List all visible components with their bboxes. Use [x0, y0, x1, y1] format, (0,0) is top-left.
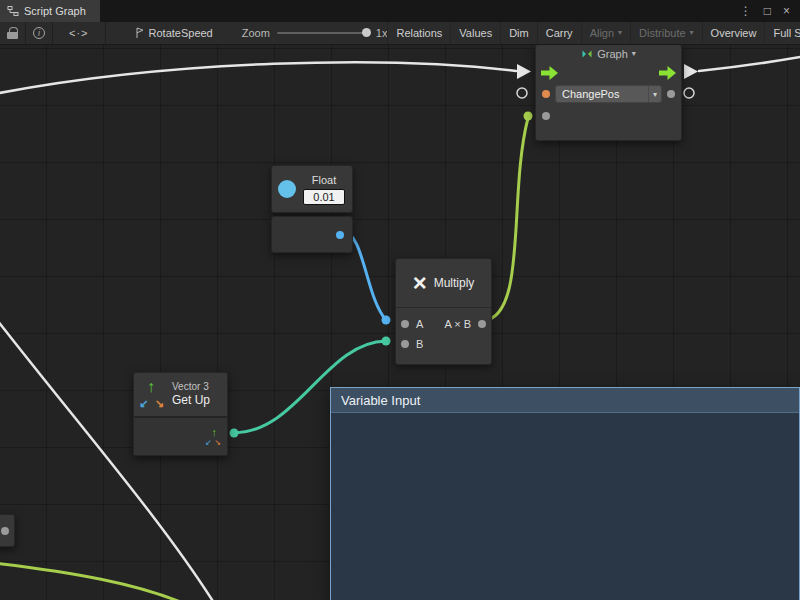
close-icon[interactable]: ×	[783, 5, 790, 17]
code-icon: <·>	[69, 27, 89, 39]
relations-button[interactable]: Relations	[387, 22, 450, 44]
zoom-control: Zoom 1x	[242, 27, 388, 39]
tab-script-graph[interactable]: Script Graph	[0, 0, 100, 22]
partial-node[interactable]	[0, 514, 15, 547]
unconnected-port-left	[517, 88, 527, 98]
float-value-input[interactable]: 0.01	[303, 189, 345, 205]
graph-toolbar: i <·> RotateSpeed Zoom 1x Relations Valu…	[0, 22, 800, 45]
vector-port-section: ↑↙↘	[134, 418, 227, 455]
node-vector3-get-up[interactable]: ↑↙↘ Vector 3 Get Up ↑↙↘	[133, 372, 228, 456]
variable-port[interactable]	[542, 90, 550, 98]
graph-unit-title: Graph	[597, 48, 628, 60]
value-out-port[interactable]	[667, 90, 675, 98]
multiply-title: Multiply	[434, 276, 475, 290]
group-variable-input[interactable]: Variable Input	[330, 387, 800, 600]
multiply-icon: ×	[413, 271, 427, 295]
chevron-down-icon: ▾	[618, 29, 622, 37]
zoom-slider-knob[interactable]	[362, 28, 371, 37]
float-output-port[interactable]	[336, 231, 344, 239]
values-button[interactable]: Values	[450, 22, 500, 44]
carry-label: Carry	[546, 27, 573, 39]
vector-type-label: Vector 3	[172, 381, 210, 393]
group-header[interactable]: Variable Input	[331, 388, 799, 413]
tab-title: Script Graph	[24, 5, 86, 17]
dim-button[interactable]: Dim	[500, 22, 537, 44]
port-result-label: A × B	[444, 318, 471, 330]
graph-unit-flow-row	[536, 63, 681, 83]
graph-name-label: RotateSpeed	[149, 27, 213, 39]
lock-icon	[7, 27, 18, 40]
multiply-body: A A × B B	[396, 308, 491, 364]
tab-bar: Script Graph ⋮ □ ×	[0, 0, 800, 22]
graph-asset-icon	[135, 27, 145, 39]
port-a[interactable]	[401, 320, 409, 328]
carry-button[interactable]: Carry	[537, 22, 581, 44]
chevron-down-icon: ▾	[648, 86, 661, 102]
window-controls: ⋮ □ ×	[740, 0, 800, 22]
script-graph-asset-icon	[581, 48, 593, 60]
node-graph-unit[interactable]: Graph ▾ ChangePos ▾	[535, 44, 682, 141]
port-b[interactable]	[401, 340, 409, 348]
port-b-label: B	[416, 338, 423, 350]
zoom-label: Zoom	[242, 27, 270, 39]
full-screen-button[interactable]: Full Screen	[764, 22, 800, 44]
graph-unit-header[interactable]: Graph ▾	[536, 45, 681, 63]
graph-asset-button[interactable]: RotateSpeed	[128, 22, 220, 44]
relations-label: Relations	[396, 27, 442, 39]
float-title: Float	[312, 174, 336, 186]
overview-label: Overview	[711, 27, 757, 39]
chevron-down-icon: ▾	[690, 29, 694, 37]
float-type-icon	[278, 180, 296, 198]
maximize-icon[interactable]: □	[764, 5, 771, 17]
graph-unit-extra-row	[536, 105, 681, 120]
flow-arrowhead-out	[684, 64, 698, 79]
node-float-port-section[interactable]	[271, 216, 353, 253]
zoom-value: 1x	[376, 27, 388, 39]
dim-label: Dim	[509, 27, 529, 39]
unconnected-port-right	[684, 88, 694, 98]
flow-arrowhead-in	[517, 64, 531, 79]
port-result[interactable]	[478, 320, 486, 328]
full-screen-label: Full Screen	[773, 27, 800, 39]
distribute-button[interactable]: Distribute ▾	[630, 22, 701, 44]
graph-unit-variable-row: ChangePos ▾	[536, 83, 681, 105]
vector-name-label: Get Up	[172, 393, 210, 407]
flow-in-port[interactable]	[541, 66, 558, 80]
zoom-slider[interactable]	[277, 32, 369, 34]
vector3-icon: ↑↙↘	[140, 382, 166, 408]
edit-graph-button[interactable]: <·>	[53, 22, 106, 44]
info-button[interactable]: i	[26, 22, 53, 44]
graph-canvas[interactable]: Variable Input Graph ▾ ChangePos ▾	[0, 0, 800, 600]
align-label: Align	[590, 27, 614, 39]
graph-icon	[7, 5, 19, 17]
distribute-label: Distribute	[639, 27, 685, 39]
overview-button[interactable]: Overview	[702, 22, 765, 44]
multiply-header[interactable]: × Multiply	[396, 259, 491, 308]
node-float[interactable]: Float 0.01	[271, 165, 353, 213]
chevron-down-icon: ▾	[632, 50, 636, 58]
group-title: Variable Input	[341, 393, 420, 408]
port-a-label: A	[416, 318, 423, 330]
partial-node-port[interactable]	[1, 527, 9, 535]
node-multiply[interactable]: × Multiply A A × B B	[395, 258, 492, 365]
flow-out-port[interactable]	[659, 66, 676, 80]
lock-button[interactable]	[0, 22, 26, 44]
values-label: Values	[459, 27, 492, 39]
toolbar-right-buttons: Relations Values Dim Carry Align ▾ Distr…	[387, 22, 800, 44]
vector-header[interactable]: ↑↙↘ Vector 3 Get Up	[134, 373, 227, 418]
variable-name: ChangePos	[562, 88, 620, 100]
align-button[interactable]: Align ▾	[581, 22, 630, 44]
info-icon: i	[33, 27, 45, 39]
vector3-output-icon[interactable]: ↑↙↘	[205, 429, 221, 445]
menu-dots-icon[interactable]: ⋮	[740, 5, 752, 17]
variable-name-dropdown[interactable]: ChangePos ▾	[555, 85, 662, 103]
value-in-port[interactable]	[542, 112, 550, 120]
